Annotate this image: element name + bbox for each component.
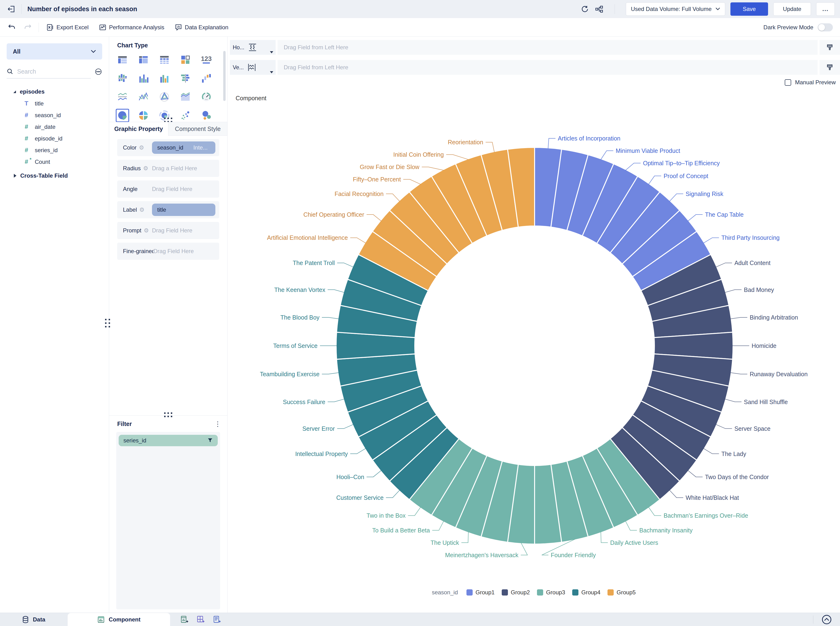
property-dropzone[interactable]: Drag Field Here <box>152 186 192 192</box>
legend-item-group5[interactable]: Group5 <box>608 589 636 596</box>
gear-icon[interactable]: ⚙ <box>143 165 149 172</box>
chart-type-pie-quadrant-icon[interactable] <box>137 109 150 122</box>
chart-type-bar-plusminus-icon[interactable] <box>116 72 129 85</box>
section-resize-handle-bottom[interactable] <box>164 412 172 417</box>
legend-swatch <box>572 589 578 596</box>
field-item-Count[interactable]: #*Count <box>0 156 109 167</box>
property-label: Fine-grained <box>123 248 154 255</box>
label-leader-line <box>446 155 469 160</box>
collapsed-triangle-icon <box>14 174 16 178</box>
exit-icon[interactable] <box>7 5 16 13</box>
slice-label: Grow Fast or Die Slow <box>360 164 420 170</box>
property-row-radius: Radius⚙Drag a Field Here <box>117 160 219 177</box>
add-component-icon[interactable] <box>180 615 189 624</box>
more-button[interactable]: ... <box>816 2 835 16</box>
search-input[interactable]: Search <box>17 68 36 75</box>
filter-field-pill[interactable]: series_id <box>119 435 218 446</box>
tab-component-style[interactable]: Component Style <box>168 122 227 136</box>
table-node-episodes[interactable]: episodes <box>0 86 109 98</box>
filter-title: Filter <box>117 421 132 427</box>
property-dropzone[interactable]: Drag Field Here <box>152 227 192 234</box>
collapse-panel-icon[interactable] <box>820 613 833 626</box>
filter-menu-icon[interactable]: ⋮ <box>215 422 221 426</box>
property-row-color: Color⚙season_idInte... <box>117 139 219 156</box>
chart-type-kpi-card-icon[interactable] <box>179 53 192 66</box>
app-window: Number of episodes in each season Used D… <box>0 0 840 626</box>
export-excel-button[interactable]: Export Excel <box>47 24 89 31</box>
property-dropzone[interactable]: Drag Field Here <box>154 248 194 255</box>
tab-component[interactable]: Component <box>67 613 170 626</box>
refresh-icon[interactable] <box>580 5 589 14</box>
property-dropzone[interactable]: Drag a Field Here <box>152 165 197 172</box>
label-leader-line <box>328 399 344 402</box>
slice-label: Optimal Tip–to–Tip Efficiency <box>643 160 720 166</box>
slice-label: To Build a Better Beta <box>372 527 430 534</box>
chart-type-bar-grouped-icon[interactable] <box>137 72 150 85</box>
chart-type-scrollbar[interactable] <box>223 51 226 101</box>
tab-graphic-property[interactable]: Graphic Property <box>109 122 168 136</box>
cross-table-field-node[interactable]: Cross-Table Field <box>0 169 109 182</box>
dark-preview-toggle[interactable] <box>818 23 833 31</box>
chart-type-bar-horizontal-icon[interactable] <box>179 72 192 85</box>
panel-resize-handle[interactable] <box>105 319 110 327</box>
schema-flow-icon[interactable] <box>595 5 604 14</box>
legend-item-group1[interactable]: Group1 <box>467 589 495 596</box>
add-dashboard-icon[interactable] <box>196 615 205 624</box>
search-options-icon[interactable] <box>95 68 102 75</box>
field-item-episode_id[interactable]: #episode_id <box>0 133 109 144</box>
filter-dropzone[interactable]: series_id <box>116 432 220 609</box>
legend-item-group3[interactable]: Group3 <box>537 589 565 596</box>
performance-analysis-button[interactable]: Performance Analysis <box>99 24 165 31</box>
field-item-series_id[interactable]: #series_id <box>0 144 109 156</box>
label-leader-line <box>367 214 381 221</box>
data-explanation-button[interactable]: Data Explanation <box>175 24 229 31</box>
label-leader-line <box>432 521 444 530</box>
update-button[interactable]: Update <box>773 2 811 16</box>
field-item-season_id[interactable]: #season_id <box>0 109 109 121</box>
gear-icon[interactable]: ⚙ <box>139 144 144 151</box>
legend-item-group4[interactable]: Group4 <box>572 589 600 596</box>
property-row-angle: AngleDrag Field Here <box>117 180 219 198</box>
label-leader-line <box>649 176 661 184</box>
slice-label: Customer Service <box>336 495 384 501</box>
chart-type-pie-icon[interactable] <box>116 109 129 122</box>
chart-type-radar-icon[interactable] <box>158 90 171 103</box>
field-item-air_date[interactable]: #air_date <box>0 121 109 133</box>
add-report-icon[interactable] <box>213 615 221 624</box>
chart-type-table-cross-icon[interactable] <box>137 53 150 66</box>
chart-type-waterfall-icon[interactable] <box>200 72 213 85</box>
field-item-title[interactable]: Ttitle <box>0 98 109 109</box>
slice-label: Success Failure <box>283 399 325 405</box>
chart-type-gauge-icon[interactable] <box>200 90 213 103</box>
property-field-pill[interactable]: title <box>152 203 215 216</box>
chart-type-line-icon[interactable] <box>116 90 129 103</box>
slice-label: Third Party Insourcing <box>721 234 780 241</box>
label-leader-line <box>688 471 702 477</box>
chart-type-bar-column-icon[interactable] <box>158 72 171 85</box>
chart-legend: season_id Group1Group2Group3Group4Group5 <box>227 589 840 596</box>
donut-chart: Articles of IncorporationMinimum Viable … <box>227 37 840 613</box>
data-volume-select[interactable]: Used Data Volume: Full Volume <box>626 2 725 16</box>
chart-type-bubble-icon[interactable] <box>200 109 213 122</box>
redo-icon[interactable] <box>24 23 32 32</box>
label-leader-line <box>704 448 719 454</box>
table-scope-select[interactable]: All <box>7 43 102 59</box>
page-title: Number of episodes in each season <box>27 5 137 13</box>
legend-swatch <box>608 589 614 596</box>
legend-item-group2[interactable]: Group2 <box>502 589 530 596</box>
undo-icon[interactable] <box>7 23 16 32</box>
property-row-prompt: Prompt⚙Drag Field Here <box>117 222 219 239</box>
chart-type-kpi-number-icon[interactable]: 123 <box>200 53 213 66</box>
gear-icon[interactable]: ⚙ <box>139 207 144 213</box>
chart-type-line-sharp-icon[interactable] <box>137 90 150 103</box>
gear-icon[interactable]: ⚙ <box>144 227 149 234</box>
slice-label: Sand Hill Shuffle <box>744 399 788 405</box>
save-button[interactable]: Save <box>730 2 768 16</box>
chart-type-scatter-icon[interactable] <box>179 109 192 122</box>
section-resize-handle-top[interactable] <box>164 117 172 122</box>
chart-type-area-icon[interactable] <box>179 90 192 103</box>
property-field-pill[interactable]: season_idInte... <box>152 141 215 154</box>
chart-type-table-grouped-icon[interactable] <box>116 53 129 66</box>
chart-type-table-detail-icon[interactable] <box>158 53 171 66</box>
tab-data[interactable]: Data <box>22 616 45 623</box>
